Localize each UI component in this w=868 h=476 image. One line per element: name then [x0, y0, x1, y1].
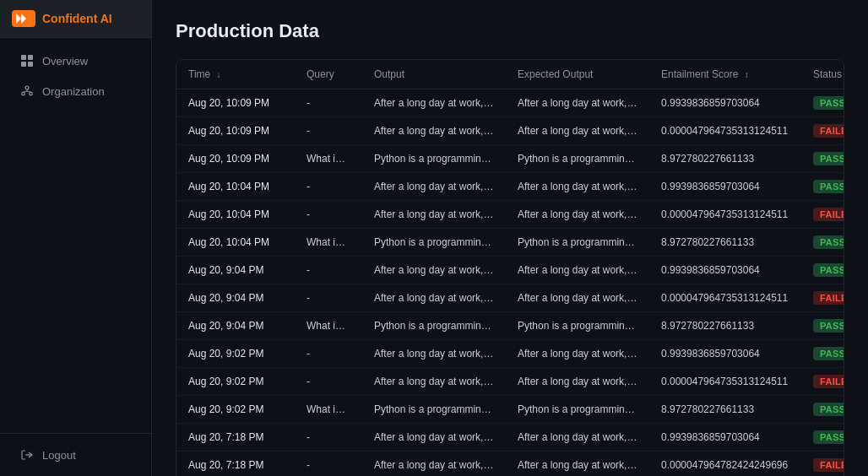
- cell-score: 0.9939836859703064: [649, 424, 801, 452]
- data-table-container: Time ↓ Query Output Expected Output Enta…: [176, 59, 844, 476]
- cell-score: 8.972780227661133: [649, 396, 801, 424]
- status-badge: FAILED: [813, 291, 844, 305]
- cell-time: Aug 20, 7:18 PM: [176, 452, 295, 477]
- table-row[interactable]: Aug 20, 9:04 PM - After a long day at wo…: [176, 257, 844, 284]
- cell-output: After a long day at work, Sara...: [362, 257, 506, 284]
- sidebar-item-label: Overview: [42, 55, 88, 68]
- status-badge: FAILED: [813, 458, 844, 472]
- status-badge: PASSED: [813, 152, 844, 165]
- svg-marker-0: [16, 14, 21, 24]
- cell-score: 0.000047964735313124511: [649, 117, 801, 145]
- sort-time-icon: ↓: [217, 70, 221, 79]
- table-row[interactable]: Aug 20, 9:04 PM What is Python? Python i…: [176, 312, 844, 340]
- col-query: Query: [295, 60, 362, 89]
- logo-text: Confident AI: [42, 12, 112, 25]
- table-row[interactable]: Aug 20, 10:09 PM - After a long day at w…: [176, 89, 844, 117]
- svg-line-7: [27, 91, 31, 92]
- cell-query: What is Python?: [295, 229, 362, 257]
- cell-status: FAILED: [801, 284, 844, 312]
- cell-expected: Python is a programming lang...: [506, 396, 649, 424]
- cell-query: -: [295, 340, 362, 368]
- cell-output: After a long day at work, Sara...: [362, 89, 506, 117]
- table-row[interactable]: Aug 20, 7:18 PM - After a long day at wo…: [176, 424, 844, 452]
- cell-output: After a long day at work, Sara...: [362, 340, 506, 368]
- cell-score: 8.972780227661133: [649, 229, 801, 257]
- svg-point-4: [30, 92, 33, 95]
- sidebar-nav: Overview Organization: [0, 38, 151, 433]
- page-title: Production Data: [176, 20, 844, 42]
- status-badge: PASSED: [813, 430, 844, 444]
- table-row[interactable]: Aug 20, 10:09 PM - After a long day at w…: [176, 117, 844, 145]
- col-time[interactable]: Time ↓: [176, 60, 295, 89]
- cell-expected: After a long day at work, Sara...: [506, 173, 649, 201]
- table-row[interactable]: Aug 20, 10:09 PM What is Python? Python …: [176, 145, 844, 173]
- logout-button[interactable]: Logout: [7, 441, 144, 469]
- table-row[interactable]: Aug 20, 9:04 PM - After a long day at wo…: [176, 284, 844, 312]
- cell-time: Aug 20, 9:02 PM: [176, 396, 295, 424]
- cell-output: Python is a programming lang...: [362, 145, 506, 173]
- sidebar-item-organization[interactable]: Organization: [7, 77, 144, 105]
- sidebar: Confident AI Overview Org: [0, 0, 152, 476]
- cell-score: 8.972780227661133: [649, 312, 801, 340]
- logout-icon: [20, 448, 34, 462]
- table-row[interactable]: Aug 20, 10:04 PM - After a long day at w…: [176, 173, 844, 201]
- status-badge: FAILED: [813, 375, 844, 388]
- status-badge: FAILED: [813, 208, 844, 221]
- col-output: Output: [362, 60, 506, 89]
- sidebar-bottom: Logout: [0, 433, 151, 476]
- cell-time: Aug 20, 10:04 PM: [176, 229, 295, 257]
- cell-query: -: [295, 173, 362, 201]
- cell-output: After a long day at work, Sara...: [362, 284, 506, 312]
- cell-output: After a long day at work, Sara...: [362, 452, 506, 477]
- cell-query: -: [295, 89, 362, 117]
- cell-time: Aug 20, 9:02 PM: [176, 340, 295, 368]
- table-row[interactable]: Aug 20, 10:04 PM What is Python? Python …: [176, 229, 844, 257]
- production-data-table: Time ↓ Query Output Expected Output Enta…: [176, 60, 844, 476]
- cell-status: PASSED: [801, 340, 844, 368]
- cell-query: -: [295, 368, 362, 396]
- cell-query: What is Python?: [295, 145, 362, 173]
- cell-score: 0.000047964735313124511: [649, 368, 801, 396]
- cell-status: PASSED: [801, 312, 844, 340]
- cell-output: After a long day at work, Sara...: [362, 201, 506, 229]
- cell-time: Aug 20, 9:04 PM: [176, 284, 295, 312]
- cell-output: After a long day at work, Sara...: [362, 424, 506, 452]
- cell-score: 0.000047964735313124511: [649, 284, 801, 312]
- cell-expected: After a long day at work, Sara...: [506, 452, 649, 477]
- logo-icon: [12, 10, 35, 27]
- cell-time: Aug 20, 10:09 PM: [176, 117, 295, 145]
- sidebar-item-overview[interactable]: Overview: [7, 46, 144, 75]
- status-badge: PASSED: [813, 319, 844, 333]
- cell-status: FAILED: [801, 117, 844, 145]
- cell-status: FAILED: [801, 452, 844, 477]
- cell-status: FAILED: [801, 201, 844, 229]
- cell-expected: Python is a programming lang...: [506, 229, 649, 257]
- table-row[interactable]: Aug 20, 9:02 PM - After a long day at wo…: [176, 340, 844, 368]
- table-row[interactable]: Aug 20, 10:04 PM - After a long day at w…: [176, 201, 844, 229]
- cell-output: After a long day at work, Sara...: [362, 368, 506, 396]
- cell-output: After a long day at work, Sara...: [362, 173, 506, 201]
- col-status: Status: [801, 60, 844, 89]
- cell-status: PASSED: [801, 89, 844, 117]
- logo-area: Confident AI: [0, 0, 151, 38]
- col-score[interactable]: Entailment Score ↕: [649, 60, 801, 89]
- cell-score: 0.9939836859703064: [649, 257, 801, 284]
- cell-output: Python is a programming lang...: [362, 312, 506, 340]
- status-badge: PASSED: [813, 96, 844, 110]
- table-row[interactable]: Aug 20, 9:02 PM - After a long day at wo…: [176, 368, 844, 396]
- cell-time: Aug 20, 10:09 PM: [176, 89, 295, 117]
- cell-query: What is Python?: [295, 312, 362, 340]
- cell-score: 0.000047964735313124511: [649, 201, 801, 229]
- status-badge: PASSED: [813, 403, 844, 416]
- cell-query: -: [295, 257, 362, 284]
- status-badge: PASSED: [813, 263, 844, 277]
- cell-expected: After a long day at work, Sara...: [506, 284, 649, 312]
- cell-time: Aug 20, 10:04 PM: [176, 173, 295, 201]
- cell-expected: After a long day at work, Sara...: [506, 257, 649, 284]
- logout-label: Logout: [42, 449, 76, 462]
- cell-expected: Python is a programming lang...: [506, 145, 649, 173]
- cell-score: 0.9939836859703064: [649, 89, 801, 117]
- table-row[interactable]: Aug 20, 7:18 PM - After a long day at wo…: [176, 452, 844, 477]
- cell-status: PASSED: [801, 229, 844, 257]
- table-row[interactable]: Aug 20, 9:02 PM What is Python? Python i…: [176, 396, 844, 424]
